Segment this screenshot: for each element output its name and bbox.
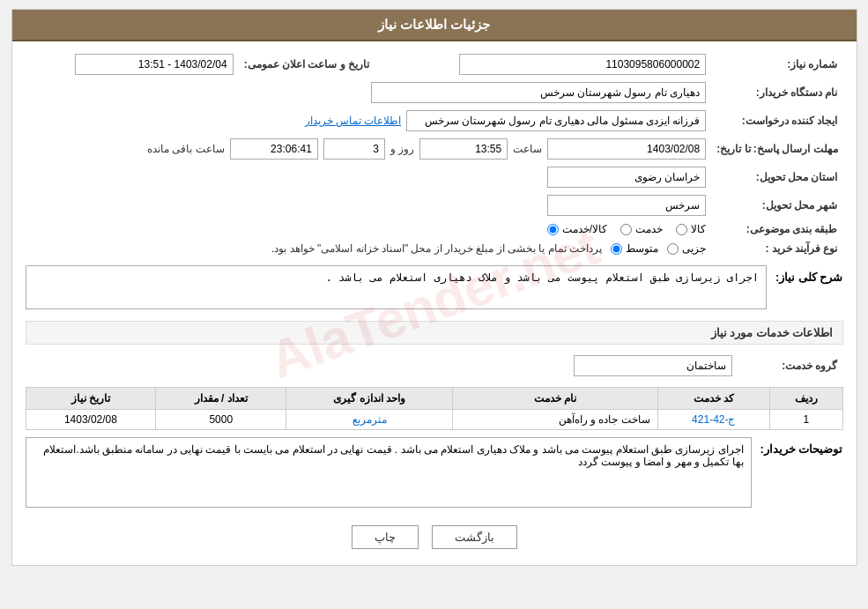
description-label: شرح کلی نیاز: xyxy=(775,265,843,284)
col-quantity: تعداد / مقدار xyxy=(156,388,286,410)
service-group-label: گروه خدمت: xyxy=(738,352,843,380)
process-note: پرداخت تمام یا بخشی از مبلغ خریدار از مح… xyxy=(271,242,602,255)
cell-row-num: 1 xyxy=(770,410,843,430)
province-label: استان محل تحویل: xyxy=(711,163,842,191)
reply-date-row: ساعت روز و ساعت باقی مانده xyxy=(26,135,712,163)
city-input[interactable] xyxy=(547,195,706,216)
description-container: اجرای زیرسازی طبق استعلام پیوست می باشد … xyxy=(26,265,767,312)
buyer-name-input[interactable] xyxy=(371,82,706,103)
col-unit: واحد اندازه گیری xyxy=(286,388,453,410)
remaining-input[interactable] xyxy=(230,138,318,160)
announce-date-label: تاریخ و ساعت اعلان عمومی: xyxy=(239,50,387,78)
process-label: نوع فرآیند خرید : xyxy=(711,239,842,258)
category-radio-khedmat[interactable]: خدمت xyxy=(620,223,663,235)
cell-quantity: 5000 xyxy=(156,410,286,430)
col-row-num: ردیف xyxy=(770,388,843,410)
print-button[interactable]: چاپ xyxy=(352,525,419,549)
process-label-jozi: جزیی xyxy=(682,242,706,255)
category-options: کالا خدمت کالا/خدمت xyxy=(26,219,712,239)
buyer-desc-container: اجرای زیرسازی طبق استعلام پیوست می باشد … xyxy=(26,437,752,508)
buyer-desc-box: اجرای زیرسازی طبق استعلام پیوست می باشد … xyxy=(26,437,752,508)
process-radio-jozi[interactable]: جزیی xyxy=(667,242,706,255)
category-radio-kala-khedmat[interactable]: کالا/خدمت xyxy=(547,223,607,235)
creator-input[interactable] xyxy=(406,110,706,131)
buyer-desc-label: توضیحات خریدار: xyxy=(760,437,843,456)
page-header: جزئیات اطلاعات نیاز xyxy=(12,10,857,41)
service-group-value xyxy=(26,352,738,380)
category-label-khedmat: خدمت xyxy=(635,223,663,235)
announce-date-value xyxy=(26,50,239,78)
reply-days-input[interactable] xyxy=(323,138,385,160)
content-area: AlaTender.net شماره نیاز: تاریخ و ساعت ا… xyxy=(12,41,857,565)
province-input[interactable] xyxy=(547,167,706,188)
reply-time-input[interactable] xyxy=(419,138,508,160)
col-date: تاریخ نیاز xyxy=(26,388,156,410)
process-radio-motavasset[interactable]: متوسط xyxy=(611,242,658,255)
service-data-table: ردیف کد خدمت نام خدمت واحد اندازه گیری ت… xyxy=(26,387,843,430)
process-row: جزیی متوسط پرداخت تمام یا بخشی از مبلغ خ… xyxy=(26,239,712,258)
process-label-motavasset: متوسط xyxy=(626,242,658,255)
info-table: شماره نیاز: تاریخ و ساعت اعلان عمومی: نا… xyxy=(26,50,843,258)
description-section: شرح کلی نیاز: اجرای زیرسازی طبق استعلام … xyxy=(26,265,843,312)
city-label: شهر محل تحویل: xyxy=(711,191,842,219)
reply-date-input[interactable] xyxy=(547,138,706,160)
cell-date: 1403/02/08 xyxy=(26,410,156,430)
services-section-title: اطلاعات خدمات مورد نیاز xyxy=(26,321,843,345)
remaining-label: ساعت باقی مانده xyxy=(147,143,225,155)
category-label-kala-khedmat: کالا/خدمت xyxy=(562,223,607,235)
cell-name: ساخت جاده و راه‌آهن xyxy=(453,410,657,430)
category-label-kala: کالا xyxy=(691,223,706,235)
header-title: جزئیات اطلاعات نیاز xyxy=(378,17,490,32)
process-radio-jozi-input[interactable] xyxy=(667,243,679,255)
service-group-table: گروه خدمت: xyxy=(26,352,843,380)
col-name: نام خدمت xyxy=(453,388,657,410)
city-value xyxy=(26,191,712,219)
reply-time-label: ساعت xyxy=(513,143,542,155)
description-textarea[interactable]: اجرای زیرسازی طبق استعلام پیوست می باشد … xyxy=(26,265,767,309)
cell-code: ج-42-421 xyxy=(657,410,769,430)
buyer-desc-section: توضیحات خریدار: اجرای زیرسازی طبق استعلا… xyxy=(26,437,843,508)
service-group-input[interactable] xyxy=(574,355,732,376)
announce-date-input[interactable] xyxy=(75,54,234,75)
category-radio-khedmat-input[interactable] xyxy=(620,224,632,235)
category-label: طبقه بندی موضوعی: xyxy=(711,219,842,239)
reply-days-label: روز و xyxy=(390,143,414,155)
buyer-name-value xyxy=(26,78,712,107)
category-radio-kala[interactable]: کالا xyxy=(676,223,706,235)
reply-date-label: مهلت ارسال پاسخ: تا تاریخ: xyxy=(711,135,842,163)
cell-unit: مترمربع xyxy=(286,410,453,430)
table-row: 1 ج-42-421 ساخت جاده و راه‌آهن مترمربع 5… xyxy=(26,410,842,430)
need-number-input[interactable] xyxy=(459,54,706,75)
back-button[interactable]: بازگشت xyxy=(432,525,517,549)
creator-value: اطلاعات تماس خریدار xyxy=(26,107,712,135)
province-value xyxy=(26,163,712,191)
need-number-value xyxy=(387,50,711,78)
creator-label: ایجاد کننده درخواست: xyxy=(711,107,842,135)
creator-contact-link[interactable]: اطلاعات تماس خریدار xyxy=(305,115,402,127)
col-code: کد خدمت xyxy=(657,388,769,410)
need-number-label: شماره نیاز: xyxy=(711,50,842,78)
process-radio-motavasset-input[interactable] xyxy=(611,243,622,255)
buyer-name-label: نام دستگاه خریدار: xyxy=(711,78,842,107)
category-radio-kala-khedmat-input[interactable] xyxy=(547,224,559,235)
category-radio-kala-input[interactable] xyxy=(676,224,687,235)
main-container: جزئیات اطلاعات نیاز AlaTender.net شماره … xyxy=(11,9,857,566)
button-row: بازگشت چاپ xyxy=(26,515,843,556)
